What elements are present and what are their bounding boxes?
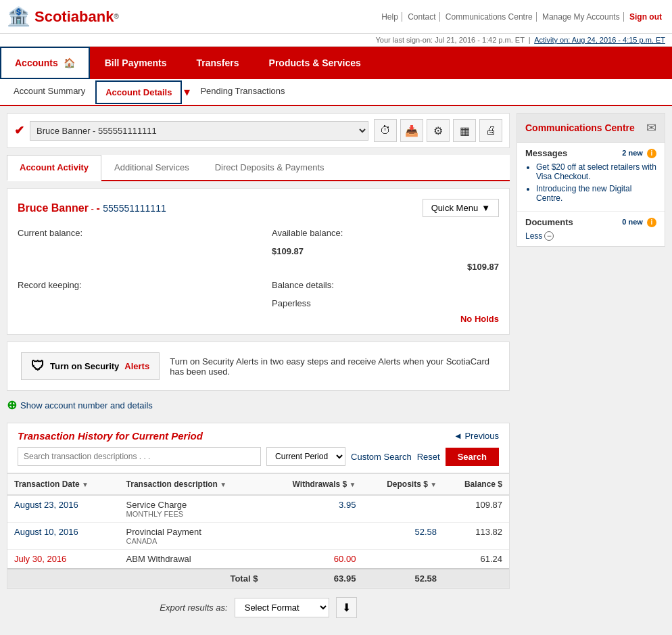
- toolbar-icons: ⏱ 📥 ⚙ ▦ 🖨: [374, 119, 502, 142]
- nav-accounts-label: Accounts: [15, 57, 58, 68]
- total-label: Total $: [120, 569, 265, 588]
- balance-details-label: Balance details:: [258, 277, 499, 293]
- account-name-row: Bruce Banner - - 555551111111 Quick Menu…: [18, 199, 499, 217]
- transaction-history: Transaction History for Current Period P…: [7, 423, 510, 589]
- tab-account-activity-label: Account Activity: [20, 162, 89, 172]
- grid-icon-button[interactable]: ▦: [453, 119, 476, 142]
- col-deposits[interactable]: Deposits $ ▼: [362, 473, 443, 495]
- documents-info-icon[interactable]: i: [647, 218, 656, 227]
- security-btn-label1: Turn on Security: [50, 361, 119, 371]
- message-item-2[interactable]: Introducing the new Digital Centre.: [536, 184, 656, 203]
- tab-additional-services-label: Additional Services: [114, 162, 189, 172]
- top-links: Help Contact Communications Centre Manag…: [378, 12, 665, 22]
- transaction-history-header: Transaction History for Current Period P…: [7, 423, 509, 447]
- quick-menu-chevron-icon: ▼: [481, 203, 490, 213]
- activity-link[interactable]: Activity on: Aug 24, 2016 - 4:15 p.m. ET: [534, 36, 665, 44]
- messages-count-value: 2 new: [622, 149, 643, 157]
- nav-bill-payments[interactable]: Bill Payments: [90, 47, 182, 79]
- nav-products-label: Products & Services: [269, 57, 361, 68]
- session-bar: Your last sign-on: Jul 21, 2016 - 1:42 p…: [0, 34, 672, 47]
- messages-info-icon[interactable]: i: [647, 149, 656, 158]
- checkmark-icon: ✔: [14, 123, 24, 138]
- search-button[interactable]: Search: [446, 448, 499, 466]
- reset-link[interactable]: Reset: [417, 452, 440, 462]
- communications-centre-link[interactable]: Communications Centre: [442, 12, 537, 22]
- previous-link[interactable]: Previous: [454, 431, 499, 441]
- less-label: Less: [525, 231, 542, 241]
- sort-date-icon[interactable]: ▼: [82, 481, 89, 488]
- row3-balance: 61.24: [443, 550, 509, 569]
- col-description[interactable]: Transaction description ▼: [120, 473, 265, 495]
- row1-desc-main: Service Charge: [126, 500, 258, 510]
- documents-count-value: 0 new: [622, 218, 643, 226]
- show-account-label: Show account number and details: [20, 400, 153, 410]
- documents-section: Documents 0 new i Less −: [517, 212, 665, 246]
- total-row: Total $ 63.95 52.58: [7, 569, 509, 588]
- sort-desc-icon[interactable]: ▼: [220, 481, 226, 488]
- security-alert-inner: 🛡 Turn on Security Alerts Turn on Securi…: [21, 352, 496, 380]
- security-alert-button[interactable]: 🛡 Turn on Security Alerts: [21, 352, 160, 380]
- sort-withdrawal-icon[interactable]: ▼: [350, 481, 356, 488]
- account-separator: -: [91, 204, 94, 214]
- record-keeping-value: Paperless: [258, 298, 499, 308]
- nav-transfers[interactable]: Transfers: [182, 47, 254, 79]
- tab-account-activity[interactable]: Account Activity: [7, 155, 101, 181]
- sort-deposit-icon[interactable]: ▼: [430, 481, 437, 488]
- export-row: Export results as: Select Format ⬇: [7, 589, 510, 626]
- export-format-select[interactable]: Select Format: [235, 598, 329, 617]
- subnav-account-details[interactable]: Account Details: [95, 80, 182, 104]
- col-date[interactable]: Transaction Date ▼: [7, 473, 120, 495]
- search-input[interactable]: [18, 447, 261, 466]
- quick-menu-button[interactable]: Quick Menu ▼: [423, 199, 499, 217]
- sub-nav: Account Summary Account Details ▾ Pendin…: [0, 79, 672, 106]
- row2-deposit: 52.58: [362, 523, 443, 550]
- clock-icon-button[interactable]: ⏱: [374, 119, 397, 142]
- contact-link[interactable]: Contact: [404, 12, 439, 22]
- account-tabs: Account Activity Additional Services Dir…: [7, 155, 510, 181]
- logo-text: Scotiabank: [34, 8, 114, 26]
- row3-desc-main: ABM Withdrawal: [126, 554, 258, 564]
- nav-products-services[interactable]: Products & Services: [254, 47, 376, 79]
- row2-desc-sub: CANADA: [126, 537, 258, 545]
- row1-desc-sub: MONTHLY FEES: [126, 510, 258, 518]
- col-withdrawals[interactable]: Withdrawals $ ▼: [264, 473, 362, 495]
- account-select[interactable]: Bruce Banner - 555551111111: [30, 121, 368, 141]
- export-download-button[interactable]: ⬇: [336, 597, 357, 618]
- tab-additional-services[interactable]: Additional Services: [101, 155, 202, 180]
- row3-date: July 30, 2016: [7, 550, 120, 569]
- row2-withdrawal: [264, 523, 362, 550]
- subnav-account-summary-label: Account Summary: [14, 86, 85, 96]
- row3-deposit: [362, 550, 443, 569]
- available-balance-label: Available balance:: [258, 225, 499, 241]
- nav-accounts[interactable]: Accounts 🏠: [0, 47, 90, 79]
- show-account-link[interactable]: ⊕ Show account number and details: [7, 398, 510, 413]
- subnav-pending-transactions[interactable]: Pending Transactions: [190, 79, 295, 105]
- total-withdrawal: 63.95: [264, 569, 362, 588]
- row2-desc: Provincial Payment CANADA: [120, 523, 265, 550]
- sign-out-link[interactable]: Sign out: [626, 12, 665, 22]
- message-item-1[interactable]: Get $20 off at select retailers with Vis…: [536, 162, 656, 181]
- row1-desc: Service Charge MONTHLY FEES: [120, 495, 265, 523]
- print-icon-button[interactable]: 🖨: [479, 119, 502, 142]
- col-deposits-label: Deposits $: [387, 479, 428, 489]
- row1-deposit: [362, 495, 443, 523]
- row2-balance: 113.82: [443, 523, 509, 550]
- table-row: August 10, 2016 Provincial Payment CANAD…: [7, 523, 509, 550]
- tab-direct-deposits[interactable]: Direct Deposits & Payments: [202, 155, 337, 180]
- table-row: August 23, 2016 Service Charge MONTHLY F…: [7, 495, 509, 523]
- col-date-label: Transaction Date: [14, 479, 80, 489]
- record-keeping-label: Record keeping:: [18, 277, 258, 293]
- less-button[interactable]: Less −: [525, 231, 656, 241]
- logo: 🏦 Scotiabank®: [7, 0, 119, 33]
- envelope-icon: ✉: [646, 120, 656, 135]
- settings-icon-button[interactable]: ⚙: [427, 119, 450, 142]
- download-icon-button[interactable]: 📥: [400, 119, 423, 142]
- subnav-account-summary[interactable]: Account Summary: [3, 79, 95, 105]
- period-select[interactable]: Current Period: [266, 447, 345, 466]
- transaction-history-title: Transaction History for Current Period: [18, 430, 203, 442]
- help-link[interactable]: Help: [378, 12, 402, 22]
- manage-accounts-link[interactable]: Manage My Accounts: [539, 12, 624, 22]
- account-selector-row: ✔ Bruce Banner - 555551111111 ⏱ 📥 ⚙ ▦ 🖨: [7, 113, 510, 148]
- custom-search-link[interactable]: Custom Search: [351, 452, 412, 462]
- documents-label: Documents: [525, 217, 573, 227]
